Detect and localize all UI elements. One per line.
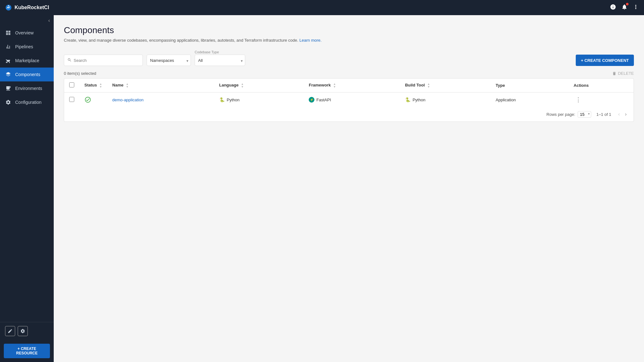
row-language-cell: 🐍 Python: [214, 92, 304, 107]
main-content: Components Create, view, and manage dive…: [54, 15, 644, 362]
delete-icon: [612, 71, 617, 76]
select-all-checkbox[interactable]: [69, 82, 74, 87]
row-name-cell: demo-application: [107, 92, 214, 107]
create-component-button[interactable]: + CREATE COMPONENT: [576, 55, 634, 66]
status-active-icon: [84, 96, 102, 103]
sidebar-bottom: [0, 322, 54, 340]
th-framework[interactable]: Framework ▲▼: [304, 79, 400, 92]
namespace-select-wrapper: Namespaces ▾: [147, 55, 191, 66]
th-status[interactable]: Status ▲▼: [79, 79, 107, 92]
table-row: demo-application 🐍 Python ⚡: [64, 92, 634, 107]
next-page-button[interactable]: ›: [623, 111, 629, 118]
sidebar-item-configuration[interactable]: Configuration: [0, 95, 54, 109]
settings-icon-btn[interactable]: [18, 326, 28, 336]
gear-icon: [5, 99, 11, 105]
collapse-btn[interactable]: ‹: [48, 18, 50, 23]
row-build-tool-cell: 🐍 Python: [400, 92, 491, 107]
info-icon[interactable]: [610, 4, 616, 11]
rows-per-page-label: Rows per page:: [546, 112, 575, 117]
row-build-tool-text: Python: [413, 98, 425, 102]
codebase-type-select[interactable]: All: [195, 55, 245, 66]
fastapi-icon: ⚡: [309, 97, 314, 103]
layers-icon: [5, 71, 11, 78]
grid-icon: [5, 30, 11, 36]
row-language-text: Python: [227, 98, 239, 102]
th-language[interactable]: Language ▲▼: [214, 79, 304, 92]
sidebar-item-overview[interactable]: Overview: [0, 26, 54, 40]
brand: KubeRocketCI: [5, 4, 610, 11]
th-framework-label: Framework: [309, 83, 331, 87]
row-name-link[interactable]: demo-application: [112, 98, 143, 102]
sidebar-collapse[interactable]: ‹: [0, 15, 54, 26]
framework-sort-icon: ▲▼: [333, 83, 336, 88]
language-sort-icon: ▲▼: [241, 83, 244, 88]
codebase-type-select-wrapper: Codebase Type All ▾: [195, 50, 245, 66]
svg-point-1: [8, 5, 9, 7]
row-actions-cell: ⋮: [568, 92, 634, 107]
page-title: Components: [64, 25, 634, 35]
notification-icon[interactable]: [621, 4, 628, 11]
toolbar: Namespaces ▾ Codebase Type All ▾: [64, 50, 634, 66]
row-type-text: Application: [496, 98, 516, 102]
create-resource-button[interactable]: + CREATE RESOURCE: [4, 344, 50, 358]
codebase-type-label: Codebase Type: [195, 50, 245, 54]
sidebar-item-label: Pipelines: [15, 44, 33, 49]
page-nav: ‹ ›: [616, 111, 629, 118]
th-build-tool[interactable]: Build Tool ▲▼: [400, 79, 491, 92]
page-info: 1–1 of 1: [596, 112, 611, 117]
more-vert-icon[interactable]: [633, 4, 639, 11]
sidebar-item-label: Overview: [15, 30, 33, 35]
delete-button[interactable]: DELETE: [612, 71, 634, 76]
sidebar-nav: Overview Pipelines Marketplace Component…: [0, 26, 54, 322]
namespace-select[interactable]: Namespaces: [147, 55, 191, 66]
sidebar-item-label: Components: [15, 72, 40, 77]
cart-icon: [5, 57, 11, 64]
rows-per-page: Rows per page: 15: [546, 111, 591, 118]
learn-more-link[interactable]: Learn more.: [300, 38, 322, 43]
th-type-label: Type: [496, 83, 505, 88]
status-sort-icon: ▲▼: [99, 83, 102, 88]
row-actions-button[interactable]: ⋮: [574, 96, 583, 104]
server-icon: [5, 85, 11, 92]
search-icon: [67, 58, 72, 63]
sidebar: ‹ Overview Pipelines Marketplace: [0, 15, 54, 362]
brand-icon: [5, 4, 12, 11]
th-build-tool-label: Build Tool: [405, 83, 425, 87]
selection-bar: 0 item(s) selected DELETE: [64, 71, 634, 76]
python-bt-icon: 🐍: [405, 97, 411, 103]
row-framework-text: FastAPI: [316, 98, 331, 102]
row-type-cell: Application: [491, 92, 569, 107]
selection-count: 0 item(s) selected: [64, 71, 96, 76]
pagination: Rows per page: 15 1–1 of 1 ‹ ›: [64, 107, 634, 122]
brand-title: KubeRocketCI: [15, 5, 49, 10]
row-checkbox[interactable]: [69, 97, 74, 102]
th-actions-label: Actions: [574, 83, 589, 88]
th-status-label: Status: [84, 83, 97, 87]
sidebar-item-marketplace[interactable]: Marketplace: [0, 54, 54, 68]
topnav: KubeRocketCI: [0, 0, 644, 15]
delete-label: DELETE: [618, 71, 634, 76]
sidebar-item-environments[interactable]: Environments: [0, 81, 54, 95]
th-checkbox: [64, 79, 79, 92]
th-name[interactable]: Name ▲▼: [107, 79, 214, 92]
row-status-cell: [79, 92, 107, 107]
rows-per-page-select[interactable]: 15: [578, 111, 591, 118]
table-header-row: Status ▲▼ Name ▲▼ Language ▲▼: [64, 79, 634, 92]
search-box[interactable]: [64, 55, 143, 66]
sidebar-item-label: Configuration: [15, 100, 41, 105]
notification-dot: [626, 3, 629, 5]
bar-chart-icon: [5, 44, 11, 50]
row-checkbox-cell: [64, 92, 79, 107]
topnav-icons: [610, 4, 639, 11]
th-language-label: Language: [219, 83, 238, 87]
sidebar-item-label: Marketplace: [15, 58, 39, 63]
sidebar-item-label: Environments: [15, 86, 42, 91]
name-sort-icon: ▲▼: [126, 83, 129, 88]
row-framework-cell: ⚡ FastAPI: [304, 92, 400, 107]
sidebar-item-pipelines[interactable]: Pipelines: [0, 40, 54, 54]
sidebar-item-components[interactable]: Components: [0, 68, 54, 81]
th-type: Type: [491, 79, 569, 92]
search-input[interactable]: [74, 58, 139, 63]
edit-icon-btn[interactable]: [5, 326, 15, 336]
prev-page-button[interactable]: ‹: [616, 111, 622, 118]
